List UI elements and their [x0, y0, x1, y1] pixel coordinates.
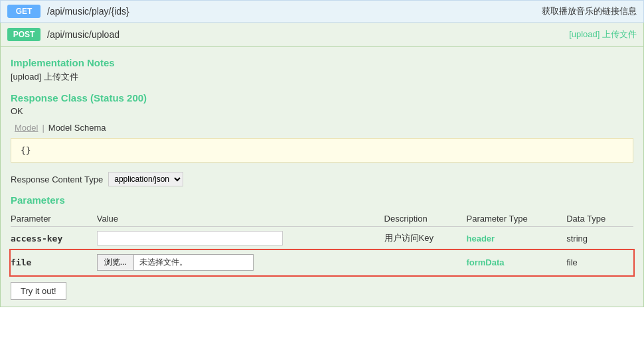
col-header-parameter: Parameter [11, 211, 97, 227]
post-endpoint-row[interactable]: POST /api/music/upload [upload] 上传文件 [0, 23, 644, 47]
post-method-badge: POST [7, 28, 40, 41]
response-content-type-row: Response Content Type application/json a… [11, 172, 633, 186]
get-description: 获取播放音乐的链接信息 [542, 5, 637, 17]
parameters-title: Parameters [11, 194, 633, 206]
param-type-access-key: header [466, 234, 495, 244]
param-value-input-access-key[interactable] [97, 231, 283, 246]
get-endpoint-row: GET /api/music/play/{ids} 获取播放音乐的链接信息 [0, 0, 644, 23]
model-tab[interactable]: Model [11, 121, 42, 134]
response-content-type-select[interactable]: application/json application/xml text/pl… [108, 172, 183, 186]
table-row: file 浏览... 未选择文件。 formData file [11, 250, 633, 275]
col-header-data-type: Data Type [566, 211, 633, 227]
col-header-parameter-type: Parameter Type [466, 211, 566, 227]
try-it-out-button[interactable]: Try it out! [11, 282, 66, 300]
post-content-area: Implementation Notes [upload] 上传文件 Respo… [0, 47, 644, 307]
param-name-file: file [11, 257, 31, 267]
response-class-title: Response Class (Status 200) [11, 92, 633, 104]
param-name-access-key: access-key [11, 234, 62, 244]
col-header-description: Description [384, 211, 467, 227]
implementation-notes-title: Implementation Notes [11, 57, 633, 68]
param-data-type-file: file [566, 257, 578, 267]
param-type-file: formData [466, 257, 504, 267]
col-header-value: Value [97, 211, 384, 227]
get-path: /api/music/play/{ids} [47, 6, 535, 17]
file-input-area: 浏览... 未选择文件。 [97, 254, 379, 271]
response-content-type-label: Response Content Type [11, 175, 103, 184]
file-no-selection-label: 未选择文件。 [134, 254, 254, 271]
post-path: /api/music/upload [47, 29, 562, 40]
model-tab-bar: Model | Model Schema [11, 121, 633, 134]
json-schema-box: {} [11, 138, 633, 163]
get-method-badge: GET [7, 5, 40, 18]
param-data-type-access-key: string [566, 234, 588, 244]
table-row: access-key 用户访问Key header string [11, 227, 633, 250]
implementation-notes-text: [upload] 上传文件 [11, 71, 633, 83]
response-status-text: OK [11, 106, 633, 116]
model-schema-tab[interactable]: Model Schema [44, 121, 110, 134]
param-desc-access-key: 用户访问Key [384, 233, 434, 243]
browse-button[interactable]: 浏览... [97, 254, 134, 271]
parameters-table: Parameter Value Description Parameter Ty… [11, 211, 633, 275]
post-description: [upload] 上传文件 [569, 29, 637, 40]
